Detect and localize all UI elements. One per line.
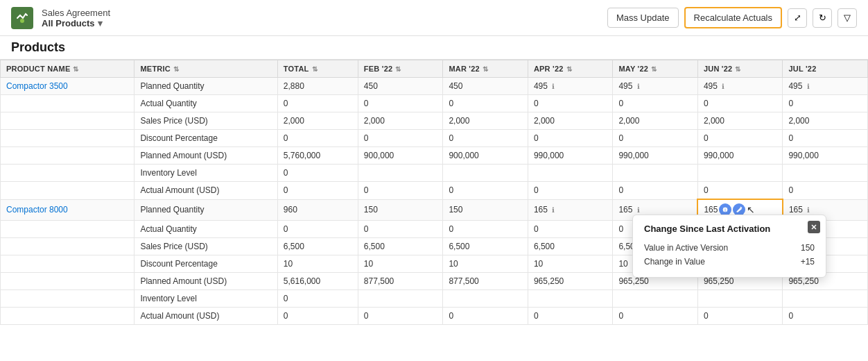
- expand-icon-button[interactable]: ⤢: [788, 8, 807, 28]
- info-icon[interactable]: ℹ: [637, 206, 640, 214]
- apr22-cell: 965,250: [528, 273, 613, 290]
- col-mar22-sort-icon[interactable]: ⇅: [483, 65, 488, 73]
- feb22-cell: 877,500: [358, 273, 443, 290]
- col-header-total[interactable]: TOTAL ⇅: [277, 60, 358, 78]
- info-icon[interactable]: ℹ: [637, 83, 640, 90]
- col-may22-sort-icon[interactable]: ⇅: [651, 65, 657, 73]
- jul22-cell: [783, 290, 868, 308]
- jun22-cell: 495 ℹ: [697, 78, 783, 95]
- metric-cell: Planned Amount (USD): [134, 147, 277, 165]
- col-header-metric[interactable]: METRIC ⇅: [134, 60, 277, 78]
- metric-cell: Inventory Level: [134, 165, 277, 182]
- col-header-apr22[interactable]: Apr '22 ⇅: [528, 60, 613, 78]
- mar22-cell: 10: [443, 255, 528, 273]
- product-name-cell: [1, 290, 134, 308]
- apr22-cell: [528, 165, 613, 182]
- col-header-may22[interactable]: May '22 ⇅: [613, 60, 698, 78]
- header-subtitle[interactable]: All Products ▾: [42, 18, 110, 28]
- mar22-cell: 0: [443, 182, 528, 200]
- change-tooltip-popup: Change Since Last Activation Value in Ac…: [632, 215, 826, 278]
- col-jun22-label: Jun '22: [704, 65, 732, 73]
- mar22-cell: 0: [443, 130, 528, 147]
- product-name-cell: [1, 182, 134, 200]
- col-apr22-label: Apr '22: [534, 65, 564, 73]
- col-header-feb22[interactable]: Feb '22 ⇅: [358, 60, 443, 78]
- recalculate-actuals-button[interactable]: Recalculate Actuals: [684, 7, 782, 28]
- total-cell: 0: [277, 290, 358, 308]
- table-row: Inventory Level 0: [1, 165, 868, 182]
- jun22-cell: [697, 290, 783, 308]
- jun22-cell: 0: [697, 182, 783, 200]
- tooltip-value-1: 150: [801, 243, 815, 253]
- col-metric-sort-icon[interactable]: ⇅: [173, 65, 179, 73]
- col-header-mar22[interactable]: Mar '22 ⇅: [443, 60, 528, 78]
- product-name-cell: [1, 308, 134, 325]
- col-feb22-sort-icon[interactable]: ⇅: [395, 65, 401, 73]
- mar22-cell: [443, 290, 528, 308]
- col-apr22-sort-icon[interactable]: ⇅: [566, 65, 572, 73]
- info-icon[interactable]: ℹ: [722, 83, 724, 90]
- info-icon[interactable]: ℹ: [807, 206, 810, 214]
- metric-cell: Discount Percentage: [134, 255, 277, 273]
- col-total-label: TOTAL: [284, 65, 309, 73]
- jul22-cell: [783, 165, 868, 182]
- jul22-cell: 2,000: [783, 112, 868, 130]
- tooltip-close-button[interactable]: [808, 221, 820, 233]
- feb22-cell: 900,000: [358, 147, 443, 165]
- info-icon[interactable]: ℹ: [807, 83, 810, 90]
- apr22-cell: 0: [528, 220, 613, 238]
- jun22-cell: 0: [697, 95, 783, 112]
- may22-cell: 0: [613, 308, 698, 325]
- mar22-cell: [443, 165, 528, 182]
- table-container: PRODUCT NAME ⇅ METRIC ⇅ TOTAL ⇅: [0, 60, 868, 361]
- total-cell: 0: [277, 165, 358, 182]
- apr22-cell: 495 ℹ: [528, 78, 613, 95]
- may22-cell: 0: [613, 182, 698, 200]
- feb22-cell: 6,500: [358, 238, 443, 255]
- table-row: Compactor 3500 Planned Quantity 2,880 45…: [1, 78, 868, 95]
- total-cell: 2,000: [277, 112, 358, 130]
- refresh-button[interactable]: ↻: [813, 8, 832, 28]
- col-header-product[interactable]: PRODUCT NAME ⇅: [1, 60, 134, 78]
- tooltip-row-2: Change in Value +15: [644, 255, 815, 269]
- apr22-cell: 165 ℹ: [528, 199, 613, 220]
- metric-cell: Inventory Level: [134, 290, 277, 308]
- col-header-jul22: Jul '22: [783, 60, 868, 78]
- product-name-cell: [1, 130, 134, 147]
- compactor-3500-link[interactable]: Compactor 3500: [6, 81, 68, 91]
- col-jul22-label: Jul '22: [788, 65, 816, 73]
- may22-cell: 2,000: [613, 112, 698, 130]
- feb22-cell: [358, 290, 443, 308]
- metric-cell: Actual Quantity: [134, 95, 277, 112]
- total-cell: 10: [277, 255, 358, 273]
- mass-update-button[interactable]: Mass Update: [607, 8, 679, 28]
- mar22-cell: 900,000: [443, 147, 528, 165]
- compactor-8000-link[interactable]: Compactor 8000: [6, 205, 68, 215]
- jul22-cell: 0: [783, 182, 868, 200]
- col-jun22-sort-icon[interactable]: ⇅: [735, 65, 740, 73]
- product-name-cell: [1, 238, 134, 255]
- table-row: Planned Amount (USD) 5,760,000 900,000 9…: [1, 147, 868, 165]
- total-cell: 0: [277, 182, 358, 200]
- may22-cell: 990,000: [613, 147, 698, 165]
- col-header-jun22[interactable]: Jun '22 ⇅: [697, 60, 783, 78]
- filter-button[interactable]: ▽: [837, 8, 857, 28]
- apr22-cell: 0: [528, 95, 613, 112]
- mar22-cell: 2,000: [443, 112, 528, 130]
- total-cell: 0: [277, 130, 358, 147]
- total-cell: 5,760,000: [277, 147, 358, 165]
- col-product-sort-icon[interactable]: ⇅: [73, 65, 78, 73]
- total-cell: 2,880: [277, 78, 358, 95]
- metric-cell: Planned Amount (USD): [134, 273, 277, 290]
- product-name-cell: [1, 147, 134, 165]
- svg-point-0: [20, 19, 24, 23]
- feb22-cell: 10: [358, 255, 443, 273]
- info-icon[interactable]: ℹ: [552, 83, 555, 90]
- metric-cell: Actual Amount (USD): [134, 182, 277, 200]
- apr22-cell: 0: [528, 182, 613, 200]
- product-name-cell: [1, 220, 134, 238]
- total-cell: 0: [277, 308, 358, 325]
- metric-cell: Actual Quantity: [134, 220, 277, 238]
- info-icon[interactable]: ℹ: [552, 206, 555, 214]
- col-total-sort-icon[interactable]: ⇅: [312, 65, 318, 73]
